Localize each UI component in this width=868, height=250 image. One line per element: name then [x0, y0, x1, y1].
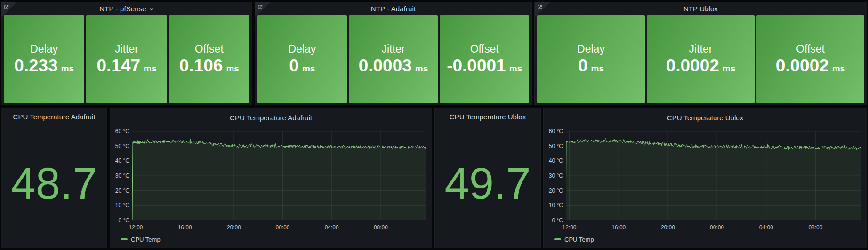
panel-title[interactable]: CPU Temperature Ublox	[544, 114, 867, 122]
stat-label: Jitter	[689, 42, 713, 56]
stat-box-jitter: Jitter 0.0003 ms	[349, 15, 438, 103]
legend-item-cpu-temp[interactable]: CPU Temp	[554, 234, 594, 244]
x-axis-tick-label: 00:00	[710, 224, 724, 231]
stat-value: 0	[289, 56, 299, 76]
panel-title[interactable]: NTP - pfSense	[99, 5, 146, 13]
stat-value: 0.106	[179, 56, 223, 76]
stat-unit: ms	[415, 63, 428, 74]
stat-value: 0.233	[14, 56, 58, 76]
panel-title[interactable]: CPU Temperature Ublox	[435, 113, 540, 121]
panel-ntp-ublox: NTP Ublox Delay 0 ms Jitter 0.0002 ms Of…	[534, 2, 867, 105]
stat-label: Delay	[30, 42, 58, 56]
legend-line-swatch	[554, 238, 561, 240]
x-axis-tick-label: 12:00	[129, 224, 143, 231]
x-axis-tick-label: 04:00	[759, 224, 773, 231]
y-axis-tick-label: 20 °C	[115, 188, 129, 194]
panel-cpu-temp-ublox-graph: CPU Temperature Ublox CPU Temp 60 °C50 °…	[543, 108, 867, 248]
temperature-series-fill	[132, 139, 426, 220]
temperature-series-fill	[566, 138, 861, 220]
x-axis-tick-label: 20:00	[227, 224, 241, 231]
stat-box-jitter: Jitter 0.0002 ms	[647, 15, 755, 103]
stat-value: 0.0003	[359, 56, 412, 76]
temperature-chart	[132, 131, 426, 220]
stat-value: 0.147	[96, 56, 140, 76]
y-axis-tick-label: 40 °C	[549, 157, 563, 164]
y-axis-tick-label: 50 °C	[549, 143, 563, 149]
panel-cpu-temp-ublox-stat: CPU Temperature Ublox 49.7	[434, 108, 541, 248]
stat-value: 0.0002	[666, 56, 719, 76]
stat-label: Offset	[796, 42, 825, 56]
panel-cpu-temp-adafruit-stat: CPU Temperature Adafruit 48.7	[1, 108, 107, 248]
stat-label: Delay	[288, 42, 316, 56]
stat-label: Offset	[195, 42, 224, 56]
temperature-chart	[566, 131, 861, 220]
stat-label: Jitter	[382, 42, 405, 56]
y-axis-tick-label: 60 °C	[115, 128, 129, 134]
stat-value: 0.0002	[776, 56, 829, 76]
x-axis-tick-label: 08:00	[374, 224, 388, 231]
graph-plot-area[interactable]	[132, 131, 426, 220]
panel-title[interactable]: CPU Temperature Adafruit	[110, 114, 432, 122]
x-axis-tick-label: 16:00	[611, 224, 626, 231]
stat-box-offset: Offset 0.106 ms	[169, 15, 249, 103]
panel-title[interactable]: CPU Temperature Adafruit	[1, 113, 107, 121]
x-axis-tick-label: 12:00	[563, 224, 577, 231]
stat-box-delay: Delay 0 ms	[257, 15, 347, 103]
y-axis-tick-label: 10 °C	[115, 202, 129, 209]
legend-label: CPU Temp	[564, 236, 594, 243]
stat-value: -0.0001	[447, 56, 506, 76]
y-axis-tick-label: 30 °C	[549, 172, 563, 179]
stat-label: Delay	[577, 42, 605, 56]
x-axis-tick-label: 08:00	[808, 224, 822, 231]
graph-plot-area[interactable]	[566, 131, 861, 220]
x-axis-tick-label: 00:00	[275, 224, 289, 231]
y-axis-tick-label: 10 °C	[549, 202, 563, 209]
stat-unit: ms	[61, 63, 74, 74]
stat-label: Jitter	[115, 42, 138, 56]
panel-title-bar[interactable]: NTP - Adafruit	[255, 2, 531, 15]
stat-unit: ms	[723, 63, 735, 74]
stat-box-offset: Offset 0.0002 ms	[756, 15, 864, 103]
stat-box-jitter: Jitter 0.147 ms	[86, 15, 167, 103]
stat-label: Offset	[470, 42, 499, 56]
legend-line-swatch	[121, 238, 128, 240]
y-axis-tick-label: 0 °C	[119, 217, 129, 224]
stat-unit: ms	[509, 63, 522, 74]
y-axis-tick-label: 30 °C	[115, 172, 129, 179]
panel-ntp-pfsense: NTP - pfSense Delay 0.233 ms Jitter 0.14…	[1, 2, 252, 105]
chevron-down-icon[interactable]	[149, 7, 154, 12]
legend-item-cpu-temp[interactable]: CPU Temp	[121, 234, 161, 244]
grafana-dashboard: NTP - pfSense Delay 0.233 ms Jitter 0.14…	[0, 0, 868, 250]
stat-box-delay: Delay 0.233 ms	[4, 15, 84, 103]
stat-unit: ms	[302, 63, 315, 74]
panel-cpu-temp-adafruit-graph: CPU Temperature Adafruit CPU Temp 60 °C5…	[110, 108, 432, 248]
x-axis-tick-label: 16:00	[178, 224, 192, 231]
y-axis-tick-label: 40 °C	[115, 157, 129, 164]
stat-box-offset: Offset -0.0001 ms	[440, 15, 529, 103]
y-axis-tick-label: 60 °C	[549, 128, 563, 134]
x-axis-tick-label: 20:00	[661, 224, 675, 231]
stat-unit: ms	[591, 63, 604, 74]
big-stat-value: 49.7	[435, 124, 540, 243]
stat-value: 0	[578, 56, 588, 76]
stat-box-delay: Delay 0 ms	[537, 15, 645, 103]
panel-title-bar[interactable]: NTP - pfSense	[1, 2, 252, 15]
stat-row: Delay 0 ms Jitter 0.0003 ms Offset -0.00…	[257, 15, 529, 103]
panel-title[interactable]: NTP Ublox	[683, 5, 718, 13]
stat-unit: ms	[226, 63, 239, 74]
panel-ntp-adafruit: NTP - Adafruit Delay 0 ms Jitter 0.0003 …	[255, 2, 532, 105]
y-axis-tick-label: 0 °C	[552, 217, 563, 224]
stat-unit: ms	[144, 63, 156, 74]
stat-row: Delay 0.233 ms Jitter 0.147 ms Offset 0.…	[4, 15, 249, 103]
y-axis-tick-label: 50 °C	[115, 143, 129, 149]
legend-label: CPU Temp	[131, 236, 161, 243]
big-stat-value: 48.7	[1, 124, 107, 243]
y-axis-tick-label: 20 °C	[549, 188, 563, 194]
stat-unit: ms	[832, 63, 845, 74]
panel-title[interactable]: NTP - Adafruit	[371, 5, 416, 13]
x-axis-tick-label: 04:00	[325, 224, 339, 231]
panel-title-bar[interactable]: NTP Ublox	[535, 2, 867, 15]
stat-row: Delay 0 ms Jitter 0.0002 ms Offset 0.000…	[537, 15, 864, 103]
